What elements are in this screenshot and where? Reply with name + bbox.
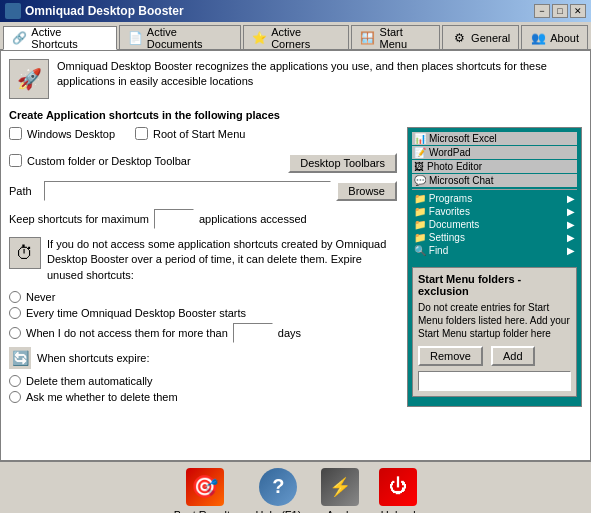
programs-label: Programs <box>429 193 472 204</box>
tab-active-shortcuts[interactable]: 🔗 Active Shortcuts <box>3 26 117 50</box>
documents-submenu[interactable]: 📁 Documents ▶ <box>412 218 577 231</box>
custom-folder-checkbox[interactable] <box>9 154 22 167</box>
keep-shortcuts-row: Keep shortcuts for maximum applications … <box>9 209 397 229</box>
radio-never-row: Never <box>9 291 397 303</box>
checkboxes-row-1: Windows Desktop Root of Start Menu <box>9 127 397 145</box>
radio-every-time[interactable] <box>9 307 21 319</box>
exclusion-description: Do not create entries for Start Menu fol… <box>418 301 571 340</box>
radio-never-label: Never <box>26 291 55 303</box>
windows-desktop-checkbox[interactable] <box>9 127 22 140</box>
radio-delete[interactable] <box>9 375 21 387</box>
photo-editor-label: Photo Editor <box>427 161 482 172</box>
unload-button[interactable]: ⏻ Unload <box>379 468 417 514</box>
programs-submenu[interactable]: 📁 Programs ▶ <box>412 192 577 205</box>
minimize-button[interactable]: − <box>534 4 550 18</box>
root-startmenu-checkbox[interactable] <box>135 127 148 140</box>
tab-about[interactable]: 👥 About <box>521 25 588 49</box>
favorites-submenu[interactable]: 📁 Favorites ▶ <box>412 205 577 218</box>
maximize-button[interactable]: □ <box>552 4 568 18</box>
apps-accessed-label: applications accessed <box>199 213 307 225</box>
unload-icon: ⏻ <box>379 468 417 506</box>
path-input[interactable] <box>44 181 331 201</box>
radio-delete-row: Delete them automatically <box>9 375 397 387</box>
max-apps-input[interactable] <box>154 209 194 229</box>
window-title: Omniquad Desktop Booster <box>25 4 184 18</box>
documents-tab-icon: 📄 <box>128 30 143 46</box>
best-results-label: Best Results <box>174 509 236 514</box>
add-button[interactable]: Add <box>491 346 535 366</box>
startmenu-tab-icon: 🪟 <box>360 30 375 46</box>
expire-arrow-icon: 🔄 <box>9 347 31 369</box>
photo-editor-item[interactable]: 🖼 Photo Editor <box>412 160 577 173</box>
settings-submenu[interactable]: 📁 Settings ▶ <box>412 231 577 244</box>
radio-when[interactable] <box>9 327 21 339</box>
wordpad-icon: 📝 <box>414 147 426 158</box>
header-section: 🚀 Omniquad Desktop Booster recognizes th… <box>9 59 582 99</box>
windows-desktop-row: Windows Desktop <box>9 127 115 140</box>
radio-never[interactable] <box>9 291 21 303</box>
documents-label: Documents <box>429 219 480 230</box>
apply-button[interactable]: ⚡ Apply <box>321 468 359 514</box>
tab-corners-label: Active Corners <box>271 26 340 50</box>
tab-general[interactable]: ⚙ General <box>442 25 519 49</box>
shortcuts-tab-icon: 🔗 <box>12 30 27 46</box>
radio-ask[interactable] <box>9 391 21 403</box>
tab-about-label: About <box>550 32 579 44</box>
best-results-button[interactable]: 🎯 Best Results <box>174 468 236 514</box>
about-tab-icon: 👥 <box>530 30 546 46</box>
desktop-toolbars-button[interactable]: Desktop Toolbars <box>288 153 397 173</box>
windows-desktop-label: Windows Desktop <box>27 128 115 140</box>
radio-ask-row: Ask me whether to delete them <box>9 391 397 403</box>
bottom-toolbar: 🎯 Best Results ? Help (F1) ⚡ Apply ⏻ Unl… <box>0 461 591 513</box>
expire-icon: ⏱ <box>9 237 41 269</box>
remove-button[interactable]: Remove <box>418 346 483 366</box>
apply-label: Apply <box>327 509 355 514</box>
excel-icon: 📊 <box>414 133 426 144</box>
days-input[interactable] <box>233 323 273 343</box>
wordpad-item[interactable]: 📝 WordPad <box>412 146 577 159</box>
radio-when-label: When I do not access them for more than <box>26 327 228 339</box>
browse-button[interactable]: Browse <box>336 181 397 201</box>
header-icon: 🚀 <box>9 59 49 99</box>
two-column-layout: Windows Desktop Root of Start Menu Custo… <box>9 127 582 407</box>
radio-every-time-row: Every time Omniquad Desktop Booster star… <box>9 307 397 319</box>
unload-label: Unload <box>381 509 416 514</box>
favorites-label: Favorites <box>429 206 470 217</box>
title-bar-controls: − □ ✕ <box>534 4 586 18</box>
photo-editor-icon: 🖼 <box>414 161 424 172</box>
help-button[interactable]: ? Help (F1) <box>255 468 301 514</box>
tab-active-documents[interactable]: 📄 Active Documents <box>119 25 241 49</box>
exclusion-input[interactable] <box>418 371 571 391</box>
general-tab-icon: ⚙ <box>451 30 467 46</box>
ms-chat-item[interactable]: 💬 Microsoft Chat <box>412 174 577 187</box>
shortcuts-section-label: Create Application shortcuts in the foll… <box>9 109 582 121</box>
expire-description: If you do not access some application sh… <box>47 237 397 283</box>
app-icon <box>5 3 21 19</box>
radio-every-time-label: Every time Omniquad Desktop Booster star… <box>26 307 246 319</box>
help-label: Help (F1) <box>255 509 301 514</box>
header-description: Omniquad Desktop Booster recognizes the … <box>57 59 582 90</box>
path-row: Path Browse <box>9 181 397 201</box>
ms-chat-label: Microsoft Chat <box>429 175 493 186</box>
tab-start-menu[interactable]: 🪟 Start Menu <box>351 25 440 49</box>
tab-startmenu-label: Start Menu <box>380 26 432 50</box>
main-content: 🚀 Omniquad Desktop Booster recognizes th… <box>0 51 591 461</box>
best-results-icon: 🎯 <box>186 468 224 506</box>
tab-general-label: General <box>471 32 510 44</box>
title-bar-left: Omniquad Desktop Booster <box>5 3 184 19</box>
tab-active-corners[interactable]: ⭐ Active Corners <box>243 25 349 49</box>
apply-icon: ⚡ <box>321 468 359 506</box>
custom-folder-label: Custom folder or Desktop Toolbar <box>27 155 191 167</box>
tab-documents-label: Active Documents <box>147 26 232 50</box>
expire-section: ⏱ If you do not access some application … <box>9 237 397 283</box>
when-expire-label: When shortcuts expire: <box>37 352 150 364</box>
radio-when-row: When I do not access them for more than … <box>9 323 397 343</box>
find-label: Find <box>429 245 448 256</box>
help-icon: ? <box>259 468 297 506</box>
path-label: Path <box>9 185 39 197</box>
excel-item[interactable]: 📊 Microsoft Excel <box>412 132 577 145</box>
close-button[interactable]: ✕ <box>570 4 586 18</box>
right-panel: 📊 Microsoft Excel 📝 WordPad 🖼 Photo Edit… <box>407 127 582 407</box>
title-bar: Omniquad Desktop Booster − □ ✕ <box>0 0 591 22</box>
find-submenu[interactable]: 🔍 Find ▶ <box>412 244 577 257</box>
